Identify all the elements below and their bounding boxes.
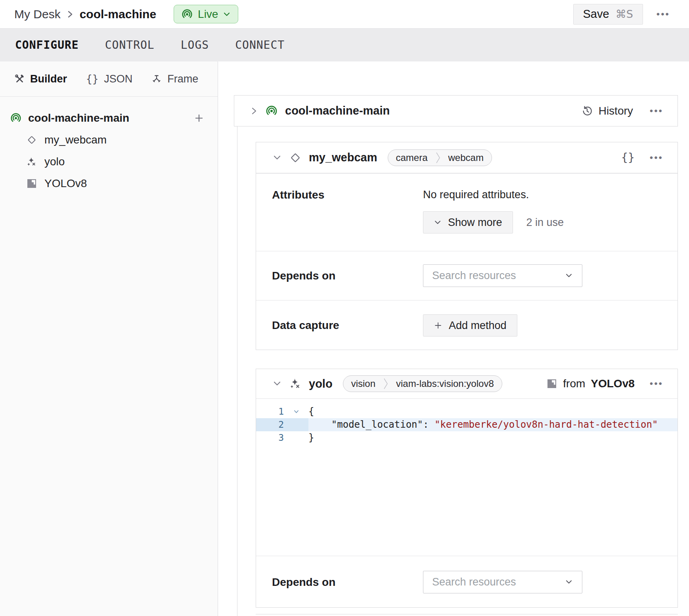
history-button[interactable]: History — [581, 105, 633, 117]
code-line-1: 1{ — [256, 405, 678, 418]
from-module-link[interactable]: from YOLOv8 — [546, 377, 634, 390]
view-tab-json[interactable]: {} JSON — [86, 73, 132, 85]
resource-name: yolo — [309, 377, 333, 390]
plus-icon — [434, 321, 442, 330]
pill-divider-chevron-icon — [436, 149, 440, 166]
line-number: 3 — [256, 431, 284, 444]
show-more-button[interactable]: Show more — [423, 211, 513, 233]
tree-item-my-webcam[interactable]: my_webcam — [0, 129, 218, 151]
tree-item-yolo[interactable]: yolo — [0, 151, 218, 172]
expand-chevron-right-icon[interactable] — [250, 105, 258, 117]
attributes-label: Attributes — [256, 189, 423, 251]
resource-model-tag: viam-labs:vision:yolov8 — [388, 375, 502, 392]
fold-chevron-icon[interactable] — [284, 405, 308, 418]
chevron-down-icon — [565, 579, 573, 585]
topbar: My Desk cool-machine Live Save ⌘S — [0, 0, 689, 29]
resource-type-tag: vision — [343, 375, 383, 392]
breadcrumb-parent-link[interactable]: My Desk — [14, 8, 61, 21]
vision-service-sparkles-icon — [289, 377, 302, 390]
history-clock-icon — [581, 105, 593, 117]
broadcast-icon — [10, 112, 22, 124]
resource-type-model-pill: vision viam-labs:vision:yolov8 — [343, 375, 502, 392]
depends-on-row: Depends on Search resources — [256, 556, 678, 608]
view-tab-builder[interactable]: Builder — [14, 73, 67, 85]
attributes-content: No required attributes. Show more 2 in u… — [423, 189, 564, 251]
tab-logs[interactable]: LOGS — [181, 38, 209, 52]
machine-part-title: cool-machine-main — [285, 104, 390, 117]
select-placeholder: Search resources — [432, 270, 516, 282]
attributes-empty-text: No required attributes. — [423, 189, 564, 201]
json-string-value: "keremberke/yolov8n-hard-hat-detection" — [434, 419, 658, 430]
config-sidebar: Builder {} JSON Frame — [0, 61, 218, 616]
code-line-3: 3} — [256, 431, 678, 444]
breadcrumb-chevron-icon — [67, 9, 73, 19]
data-capture-label: Data capture — [256, 319, 423, 332]
next-card-top-edge — [256, 614, 678, 614]
show-more-label: Show more — [448, 216, 502, 229]
collapse-chevron-down-icon[interactable] — [272, 381, 282, 387]
tab-configure[interactable]: CONFIGURE — [15, 38, 79, 52]
save-label: Save — [583, 8, 609, 21]
resource-overflow-menu-button[interactable]: ••• — [647, 376, 666, 392]
depends-on-search-select[interactable]: Search resources — [423, 571, 582, 593]
save-shortcut-hint: ⌘S — [616, 8, 633, 20]
code-text: } — [308, 431, 678, 444]
topbar-overflow-menu-button[interactable]: ••• — [653, 6, 673, 22]
depends-on-label: Depends on — [256, 270, 423, 282]
code-line-2: 2 "model_location": "keremberke/yolov8n-… — [256, 418, 678, 431]
viam-machine-config-page: My Desk cool-machine Live Save ⌘S — [0, 0, 689, 616]
save-button[interactable]: Save ⌘S — [573, 4, 643, 25]
resource-overflow-menu-button[interactable]: ••• — [647, 150, 666, 166]
data-capture-row: Data capture Add method — [256, 300, 678, 350]
braces-icon: {} — [621, 151, 635, 164]
tools-icon — [14, 74, 25, 84]
card-header-actions: {} ••• — [621, 150, 666, 166]
vision-service-sparkles-icon — [26, 156, 37, 167]
tree-item-yolov8-module[interactable]: YOLOv8 — [0, 172, 218, 194]
chevron-down-icon — [565, 273, 573, 279]
depends-on-search-select[interactable]: Search resources — [423, 264, 582, 287]
my-webcam-resource-card: my_webcam camera webcam {} ••• Attribute… — [256, 142, 678, 350]
chevron-down-icon — [434, 220, 442, 225]
view-tab-json-label: JSON — [104, 73, 132, 85]
history-label: History — [599, 105, 633, 117]
line-number: 1 — [256, 405, 284, 418]
tab-connect[interactable]: CONNECT — [235, 38, 285, 52]
tab-control[interactable]: CONTROL — [105, 38, 155, 52]
depends-on-row: Depends on Search resources — [256, 251, 678, 300]
attributes-json-editor[interactable]: 1{ 2 "model_location": "keremberke/yolov… — [256, 399, 678, 556]
frame-axes-icon — [151, 74, 162, 84]
machine-part-header-card: cool-machine-main History ••• — [234, 95, 678, 126]
view-tab-builder-label: Builder — [30, 73, 67, 85]
attributes-in-use-count: 2 in use — [526, 216, 564, 229]
code-text: "model_location": "keremberke/yolov8n-ha… — [308, 418, 678, 431]
add-method-button[interactable]: Add method — [423, 314, 517, 337]
add-resource-button[interactable] — [192, 111, 206, 125]
tree-item-label: cool-machine-main — [28, 112, 129, 124]
part-overflow-menu-button[interactable]: ••• — [647, 103, 666, 119]
from-module-name: YOLOv8 — [591, 377, 634, 390]
tree-item-machine-part[interactable]: cool-machine-main — [0, 107, 218, 129]
module-icon — [26, 178, 37, 189]
live-status-dropdown[interactable]: Live — [174, 5, 238, 23]
resource-model-tag: webcam — [440, 149, 492, 166]
tree-connector-line — [237, 126, 237, 616]
card-header-actions: from YOLOv8 ••• — [546, 376, 666, 392]
code-text: { — [308, 405, 678, 418]
live-label: Live — [198, 8, 218, 21]
view-tab-frame[interactable]: Frame — [151, 73, 198, 85]
select-placeholder: Search resources — [432, 576, 516, 588]
broadcast-icon — [181, 8, 193, 20]
braces-icon: {} — [86, 73, 98, 85]
edit-json-button[interactable]: {} — [621, 151, 635, 164]
line-number: 2 — [256, 418, 284, 431]
config-view-switcher: Builder {} JSON Frame — [0, 61, 218, 97]
tree-item-label: yolo — [44, 155, 65, 168]
collapse-chevron-down-icon[interactable] — [272, 155, 282, 161]
view-tab-frame-label: Frame — [167, 73, 198, 85]
add-method-label: Add method — [449, 319, 507, 332]
machine-part-tree: cool-machine-main my_webcam — [0, 97, 218, 194]
resource-type-model-pill: camera webcam — [388, 149, 492, 166]
pill-divider-chevron-icon — [383, 375, 388, 392]
depends-on-label: Depends on — [256, 576, 423, 589]
